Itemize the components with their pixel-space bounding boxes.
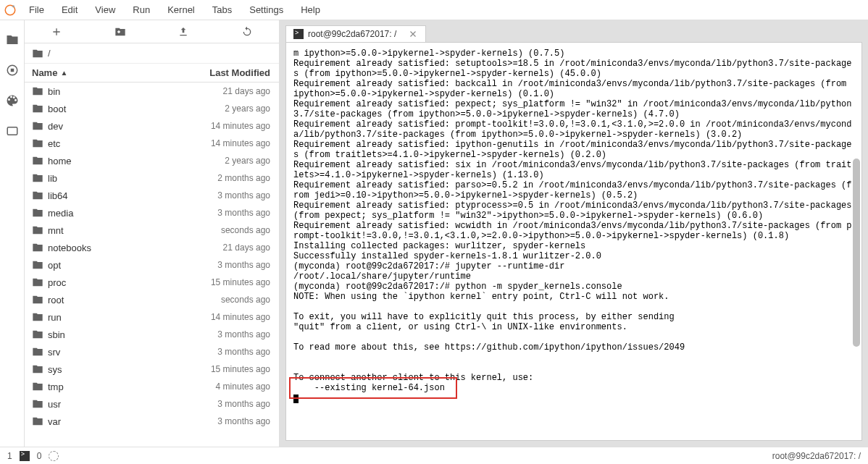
file-name: media bbox=[48, 208, 178, 219]
jupyter-logo[interactable] bbox=[0, 4, 20, 17]
file-modified: 2 years ago bbox=[178, 156, 279, 166]
folder-icon[interactable] bbox=[6, 33, 19, 46]
folder-icon bbox=[32, 416, 43, 427]
folder-icon bbox=[32, 48, 43, 59]
file-name: dev bbox=[48, 121, 178, 132]
header-modified[interactable]: Last Modified bbox=[178, 67, 279, 78]
folder-icon bbox=[32, 224, 43, 236]
menu-settings[interactable]: Settings bbox=[241, 1, 292, 18]
folder-row[interactable]: var3 months ago bbox=[25, 413, 279, 430]
folder-row[interactable]: srv3 months ago bbox=[25, 343, 279, 360]
file-modified: 15 minutes ago bbox=[178, 277, 279, 287]
new-launcher-icon[interactable] bbox=[51, 26, 62, 38]
folder-row[interactable]: lib2 months ago bbox=[25, 169, 279, 187]
folder-row[interactable]: lib643 months ago bbox=[25, 187, 279, 204]
folder-row[interactable]: media3 months ago bbox=[25, 204, 279, 222]
file-name: lib64 bbox=[48, 190, 178, 201]
menu-edit[interactable]: Edit bbox=[53, 1, 86, 18]
tab-title: root@99c2da672017: / bbox=[308, 29, 396, 39]
status-count-1[interactable]: 1 bbox=[7, 451, 12, 461]
file-name: sys bbox=[48, 364, 178, 375]
folder-row[interactable]: run14 minutes ago bbox=[25, 308, 279, 326]
status-count-2[interactable]: 0 bbox=[37, 451, 42, 461]
file-modified: 3 months ago bbox=[178, 399, 279, 409]
file-modified: 14 minutes ago bbox=[178, 138, 279, 148]
folder-icon bbox=[32, 207, 43, 219]
file-list-header: Name▲ Last Modified bbox=[25, 64, 279, 83]
folder-row[interactable]: dev14 minutes ago bbox=[25, 117, 279, 135]
main-area: / Name▲ Last Modified bin21 days agoboot… bbox=[0, 20, 868, 447]
sort-caret-icon: ▲ bbox=[60, 69, 67, 77]
folder-row[interactable]: sys15 minutes ago bbox=[25, 360, 279, 378]
folder-row[interactable]: notebooks21 days ago bbox=[25, 239, 279, 256]
file-name: run bbox=[48, 312, 178, 323]
kernel-status-icon[interactable] bbox=[49, 451, 59, 461]
folder-icon bbox=[32, 85, 43, 97]
scrollbar-thumb[interactable] bbox=[853, 159, 860, 347]
refresh-icon[interactable] bbox=[241, 26, 253, 38]
terminal-tab[interactable]: root@99c2da672017: / bbox=[285, 25, 426, 42]
file-name: root bbox=[48, 295, 178, 305]
upload-icon[interactable] bbox=[178, 26, 189, 38]
file-modified: 3 months ago bbox=[178, 329, 279, 339]
file-modified: 14 minutes ago bbox=[178, 312, 279, 322]
menu-view[interactable]: View bbox=[86, 1, 124, 18]
terminal-panel[interactable]: m ipython>=5.0.0->ipykernel->spyder-kern… bbox=[285, 42, 862, 441]
folder-row[interactable]: home2 years ago bbox=[25, 152, 279, 169]
folder-row[interactable]: mntseconds ago bbox=[25, 222, 279, 239]
svg-rect-3 bbox=[10, 69, 14, 72]
svg-point-1 bbox=[12, 5, 14, 7]
menu-kernel[interactable]: Kernel bbox=[159, 1, 204, 18]
top-menu-bar: FileEditViewRunKernelTabsSettingsHelp bbox=[0, 0, 868, 20]
activity-bar bbox=[0, 20, 25, 447]
breadcrumb-path: / bbox=[48, 48, 51, 59]
palette-icon[interactable] bbox=[6, 94, 19, 107]
file-modified: 2 months ago bbox=[178, 173, 279, 183]
file-modified: 3 months ago bbox=[178, 208, 279, 218]
terminal-output: m ipython>=5.0.0->ipykernel->spyder-kern… bbox=[293, 48, 854, 403]
folder-row[interactable]: tmp4 minutes ago bbox=[25, 378, 279, 395]
folder-row[interactable]: opt3 months ago bbox=[25, 256, 279, 274]
folder-row[interactable]: sbin3 months ago bbox=[25, 326, 279, 343]
file-name: notebooks bbox=[48, 242, 178, 253]
file-name: tmp bbox=[48, 381, 178, 392]
status-bar: 1 0 root@99c2da672017: / bbox=[0, 447, 868, 464]
folder-row[interactable]: bin21 days ago bbox=[25, 83, 279, 100]
breadcrumb[interactable]: / bbox=[25, 43, 279, 64]
terminal-icon[interactable] bbox=[20, 451, 30, 461]
file-name: etc bbox=[48, 138, 178, 149]
folder-icon bbox=[32, 277, 43, 288]
folder-icon bbox=[32, 120, 43, 132]
new-folder-icon[interactable] bbox=[114, 26, 126, 38]
folder-row[interactable]: etc14 minutes ago bbox=[25, 135, 279, 152]
work-area: root@99c2da672017: / m ipython>=5.0.0->i… bbox=[280, 20, 868, 447]
file-name: bin bbox=[48, 86, 178, 97]
file-modified: 3 months ago bbox=[178, 416, 279, 426]
file-modified: 15 minutes ago bbox=[178, 364, 279, 374]
file-name: usr bbox=[48, 399, 178, 410]
status-right[interactable]: root@99c2da672017: / bbox=[772, 451, 861, 461]
scrollbar[interactable] bbox=[851, 43, 861, 440]
file-modified: seconds ago bbox=[178, 295, 279, 305]
menu-file[interactable]: File bbox=[20, 1, 53, 18]
folder-icon bbox=[32, 103, 43, 114]
file-name: var bbox=[48, 416, 178, 427]
folder-icon bbox=[32, 259, 43, 271]
file-modified: 14 minutes ago bbox=[178, 121, 279, 131]
folder-row[interactable]: rootseconds ago bbox=[25, 291, 279, 308]
header-name[interactable]: Name▲ bbox=[25, 67, 178, 78]
running-icon[interactable] bbox=[6, 64, 19, 77]
menu-tabs[interactable]: Tabs bbox=[204, 1, 241, 18]
tabs-icon[interactable] bbox=[6, 125, 19, 138]
folder-row[interactable]: proc15 minutes ago bbox=[25, 274, 279, 291]
menu-help[interactable]: Help bbox=[292, 1, 329, 18]
close-icon[interactable] bbox=[408, 29, 418, 39]
file-modified: 21 days ago bbox=[178, 242, 279, 253]
folder-icon bbox=[32, 242, 43, 253]
file-modified: seconds ago bbox=[178, 225, 279, 235]
file-modified: 21 days ago bbox=[178, 86, 279, 96]
folder-row[interactable]: boot2 years ago bbox=[25, 100, 279, 117]
menu-run[interactable]: Run bbox=[124, 1, 159, 18]
folder-row[interactable]: usr3 months ago bbox=[25, 395, 279, 413]
folder-icon bbox=[32, 138, 43, 149]
